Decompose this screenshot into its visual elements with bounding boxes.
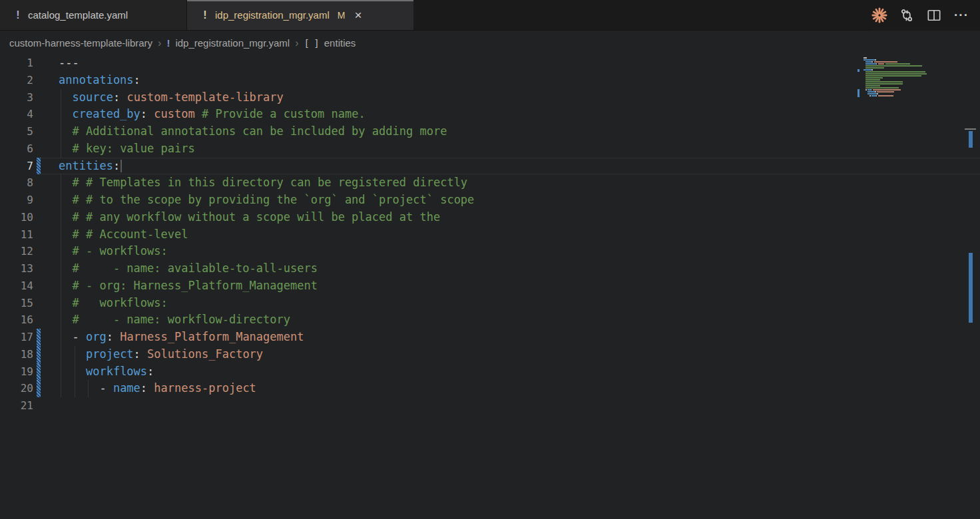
code-text: # Additional annotations can be included… [41, 123, 980, 140]
code-line-15[interactable]: 15 # workflows: [0, 295, 980, 312]
code-line-20[interactable]: 20 - name: harness-project [0, 380, 980, 397]
line-number[interactable]: 12 [0, 243, 33, 260]
code-line-9[interactable]: 9 # # to the scope by providing the `org… [0, 192, 980, 209]
chevron-right-icon: › [158, 37, 161, 49]
line-number[interactable]: 14 [0, 277, 33, 295]
code-line-3[interactable]: 3 source: custom-template-library [0, 89, 980, 106]
code-text [41, 397, 980, 415]
line-number[interactable]: 5 [0, 123, 33, 140]
line-number[interactable]: 17 [0, 329, 33, 346]
open-changes-button[interactable] [899, 7, 915, 23]
tab-label: idp_registration_mgr.yaml [215, 9, 330, 21]
code-line-8[interactable]: 8 # # Templates in this directory can be… [0, 174, 980, 192]
code-text: # - org: Harness_Platform_Management [41, 277, 980, 295]
indent-guide [88, 380, 89, 397]
indent-guide [75, 346, 75, 397]
line-number[interactable]: 1 [0, 55, 33, 72]
tab-label: catalog_template.yaml [28, 9, 128, 21]
code-text: - name: harness-project [41, 380, 980, 397]
file-warning-icon: ! [15, 9, 21, 21]
code-line-17[interactable]: 17 - org: Harness_Platform_Management [0, 329, 980, 346]
breadcrumb: custom-harness-template-library › ! idp_… [0, 31, 980, 55]
code-lines: 1---2annotations:3 source: custom-templa… [0, 55, 980, 415]
line-number[interactable]: 16 [0, 311, 33, 329]
code-line-2[interactable]: 2annotations: [0, 72, 980, 89]
code-line-10[interactable]: 10 # # any workflow without a scope will… [0, 209, 980, 226]
array-symbol-icon: [ ] [304, 38, 318, 49]
code-text: created_by: custom # Provide a custom na… [41, 106, 980, 123]
line-number[interactable]: 13 [0, 260, 33, 277]
line-number[interactable]: 6 [0, 140, 33, 158]
line-number[interactable]: 8 [0, 174, 33, 192]
breadcrumb-file[interactable]: idp_registration_mgr.yaml [175, 37, 290, 49]
tab-catalog-template-yaml[interactable]: ! catalog_template.yaml [0, 0, 187, 30]
starburst-extension-button[interactable] [871, 7, 887, 23]
line-number[interactable]: 15 [0, 295, 33, 312]
code-line-14[interactable]: 14 # - org: Harness_Platform_Management [0, 277, 980, 295]
ruler-modified-marker [969, 131, 973, 148]
ellipsis-icon: ··· [954, 8, 969, 23]
code-line-21[interactable]: 21 [0, 397, 980, 415]
code-line-11[interactable]: 11 # # Account-level [0, 226, 980, 244]
code-text: # - name: workflow-directory [41, 311, 980, 329]
line-number[interactable]: 21 [0, 397, 33, 415]
more-actions-button[interactable]: ··· [953, 7, 969, 23]
ruler-modified-marker [969, 253, 973, 323]
code-text: # # Account-level [41, 226, 980, 244]
code-line-16[interactable]: 16 # - name: workflow-directory [0, 311, 980, 329]
tab-idp-registration-mgr-yaml[interactable]: ! idp_registration_mgr.yaml M × [187, 0, 413, 30]
line-number[interactable]: 19 [0, 363, 33, 381]
line-number[interactable]: 10 [0, 209, 33, 226]
code-line-19[interactable]: 19 workflows: [0, 363, 980, 381]
code-line-5[interactable]: 5 # Additional annotations can be includ… [0, 123, 980, 140]
indent-guide [61, 89, 61, 158]
line-number[interactable]: 20 [0, 380, 33, 397]
chevron-right-icon: › [295, 37, 298, 49]
code-text: # - workflows: [41, 243, 980, 260]
code-text: source: custom-template-library [41, 89, 980, 106]
code-text: # # Templates in this directory can be r… [41, 174, 980, 192]
code-line-1[interactable]: 1--- [0, 55, 980, 72]
code-line-12[interactable]: 12 # - workflows: [0, 243, 980, 260]
split-editor-button[interactable] [926, 7, 942, 23]
code-line-7[interactable]: 7entities: [0, 158, 980, 175]
git-modified-badge: M [338, 10, 346, 21]
indent-guide [61, 174, 61, 397]
line-number[interactable]: 4 [0, 106, 33, 123]
code-text: # workflows: [41, 295, 980, 312]
code-text: workflows: [41, 363, 980, 381]
code-text: # # to the scope by providing the `org` … [41, 192, 980, 209]
line-number[interactable]: 3 [0, 89, 33, 106]
line-number[interactable]: 11 [0, 226, 33, 244]
breadcrumb-folder[interactable]: custom-harness-template-library [9, 37, 152, 49]
code-line-6[interactable]: 6 # key: value pairs [0, 140, 980, 158]
code-text: # - name: available-to-all-users [41, 260, 980, 277]
breadcrumb-symbol-entities[interactable]: entities [324, 37, 356, 49]
code-text: - org: Harness_Platform_Management [41, 329, 980, 346]
file-warning-icon: ! [166, 37, 170, 49]
line-number[interactable]: 9 [0, 192, 33, 209]
code-line-13[interactable]: 13 # - name: available-to-all-users [0, 260, 980, 277]
minimap-line [863, 97, 962, 99]
close-tab-icon[interactable]: × [354, 9, 362, 21]
code-editor[interactable]: 1---2annotations:3 source: custom-templa… [0, 55, 980, 519]
tab-bar: ! catalog_template.yaml ! idp_registrati… [0, 0, 980, 31]
editor-actions: ··· [871, 0, 980, 31]
starburst-icon [871, 7, 887, 23]
vscode-editor-window: ! catalog_template.yaml ! idp_registrati… [0, 0, 980, 519]
code-line-18[interactable]: 18 project: Solutions_Factory [0, 346, 980, 363]
text-cursor [121, 160, 122, 172]
line-number[interactable]: 2 [0, 72, 33, 89]
code-text: # key: value pairs [41, 140, 980, 158]
minimap[interactable] [863, 57, 962, 99]
split-editor-icon [927, 8, 941, 23]
code-text: annotations: [41, 72, 980, 89]
line-number[interactable]: 18 [0, 346, 33, 363]
line-number[interactable]: 7 [0, 158, 33, 175]
code-text: entities: [41, 158, 980, 175]
code-line-4[interactable]: 4 created_by: custom # Provide a custom … [0, 106, 980, 123]
code-text: --- [41, 55, 980, 72]
minimap-modified-marker [858, 69, 859, 72]
file-warning-icon: ! [202, 9, 208, 21]
code-text: # # any workflow without a scope will be… [41, 209, 980, 226]
